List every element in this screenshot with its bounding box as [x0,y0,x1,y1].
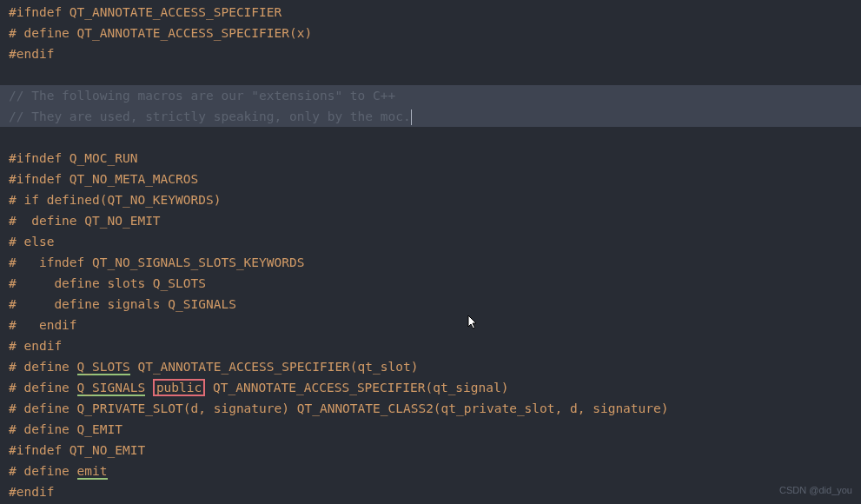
code-line[interactable]: #endif [0,481,861,502]
code-text: #endif [9,485,54,499]
code-line[interactable]: # define Q_EMIT [0,419,861,440]
code-text: # define QT_ANNOTATE_ACCESS_SPECIFIER(x) [9,26,312,40]
highlight-emit: emit [77,464,108,480]
code-editor[interactable]: #ifndef QT_ANNOTATE_ACCESS_SPECIFIER # d… [0,2,861,502]
code-line[interactable] [0,127,861,148]
code-line[interactable]: # define QT_NO_EMIT [0,210,861,231]
code-line[interactable]: #ifndef QT_NO_EMIT [0,440,861,461]
highlight-q-signals: Q_SIGNALS [77,381,146,396]
code-text: QT_ANNOTATE_ACCESS_SPECIFIER(qt_signal) [205,381,508,395]
code-text: #ifndef QT_ANNOTATE_ACCESS_SPECIFIER [9,5,281,19]
code-line[interactable]: # ifndef QT_NO_SIGNALS_SLOTS_KEYWORDS [0,252,861,273]
code-line[interactable]: # define Q_PRIVATE_SLOT(d, signature) QT… [0,398,861,419]
code-line[interactable]: #ifndef Q_MOC_RUN [0,148,861,169]
code-line[interactable] [0,64,861,85]
code-line[interactable]: # define Q_SLOTS QT_ANNOTATE_ACCESS_SPEC… [0,356,861,377]
code-text: # endif [9,339,62,353]
code-line[interactable]: // The following macros are our "extensi… [0,85,861,106]
code-text: # define [9,381,77,395]
code-line[interactable]: // They are used, strictly speaking, onl… [0,106,861,127]
code-text [145,381,153,395]
code-line[interactable]: #ifndef QT_ANNOTATE_ACCESS_SPECIFIER [0,2,861,23]
code-text: # if defined(QT_NO_KEYWORDS) [9,193,221,207]
code-line[interactable]: # endif [0,315,861,335]
code-text: #ifndef QT_NO_META_MACROS [9,172,198,186]
text-cursor [411,109,412,125]
code-line[interactable]: # define Q_SIGNALS public QT_ANNOTATE_AC… [0,377,861,398]
code-text: # define QT_NO_EMIT [9,214,161,228]
comment-text: // The following macros are our "extensi… [9,89,395,103]
code-text: # endif [9,318,77,332]
code-text: # define Q_EMIT [9,422,123,436]
code-line[interactable]: # define slots Q_SLOTS [0,273,861,294]
code-text: # define [9,360,77,374]
code-text: # ifndef QT_NO_SIGNALS_SLOTS_KEYWORDS [9,255,304,269]
watermark-text: CSDN @did_you [779,480,852,501]
code-line[interactable]: # define signals Q_SIGNALS [0,294,861,315]
code-line[interactable]: # else [0,231,861,252]
code-text: # define [9,464,77,478]
code-line[interactable]: # define QT_ANNOTATE_ACCESS_SPECIFIER(x) [0,23,861,43]
code-text: #ifndef QT_NO_EMIT [9,443,145,457]
code-text: # define Q_PRIVATE_SLOT(d, signature) QT… [9,401,669,415]
code-text: #endif [9,47,54,61]
code-text: # define signals Q_SIGNALS [9,297,236,311]
code-text: QT_ANNOTATE_ACCESS_SPECIFIER(qt_slot) [130,360,419,374]
code-line[interactable]: # if defined(QT_NO_KEYWORDS) [0,189,861,210]
code-text: #ifndef Q_MOC_RUN [9,151,137,165]
code-line[interactable]: # define emit [0,461,861,481]
highlight-public: public [153,379,205,396]
highlight-q-slots: Q_SLOTS [77,360,130,375]
code-line[interactable]: # endif [0,335,861,356]
code-line[interactable]: #endif [0,43,861,64]
code-text: # else [9,235,54,249]
code-line[interactable]: #ifndef QT_NO_META_MACROS [0,169,861,189]
comment-text: // They are used, strictly speaking, onl… [9,109,411,123]
code-text: # define slots Q_SLOTS [9,276,206,290]
